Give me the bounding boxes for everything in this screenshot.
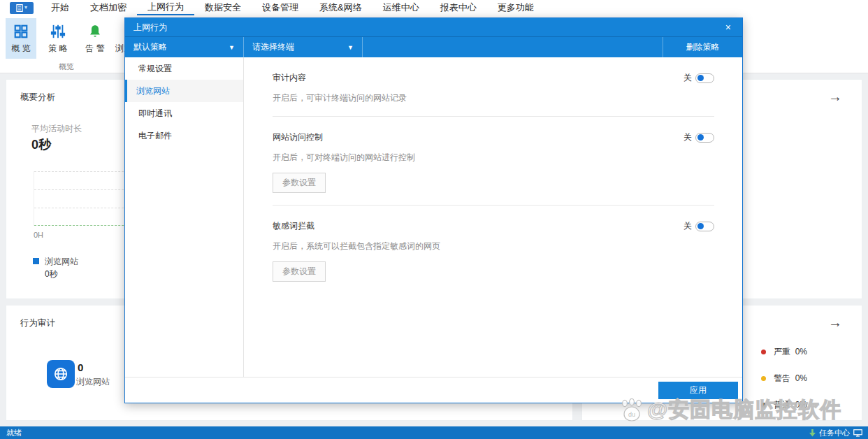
menu-item-more[interactable]: 更多功能 xyxy=(487,0,544,15)
severe-dot xyxy=(761,350,766,354)
chevron-down-icon: ▼ xyxy=(229,44,235,51)
legend-item-normal: 普通 0% xyxy=(761,399,807,411)
dialog-body: 常规设置 浏览网站 即时通讯 电子邮件 审计内容 关 开启后，可审计终端访问的网… xyxy=(125,57,742,377)
legend-label: 浏览网站 xyxy=(45,256,78,268)
legend-value: 0秒 xyxy=(45,268,58,280)
site-access-toggle[interactable] xyxy=(695,133,714,143)
grid-icon xyxy=(13,22,29,41)
ribbon-group-label: 概览 xyxy=(0,62,133,72)
arrow-right-icon[interactable]: → xyxy=(828,315,842,329)
ribbon-button-alert[interactable]: 告 警 xyxy=(80,18,110,59)
web-behavior-policy-dialog: 上网行为 × 默认策略 ▼ 请选择终端 ▼ 删除策略 常规设置 浏览网站 即时通… xyxy=(124,17,743,403)
apply-button[interactable]: 应用 xyxy=(658,382,738,399)
arrow-right-icon[interactable]: → xyxy=(828,89,842,103)
chart-x-axis-label: 0H xyxy=(34,231,43,239)
params-settings-button[interactable]: 参数设置 xyxy=(273,173,326,193)
dialog-toolbar: 默认策略 ▼ 请选择终端 ▼ 删除策略 xyxy=(125,36,742,57)
legend-item-severe: 严重 0% xyxy=(761,346,807,358)
legend-label: 普通 0% xyxy=(774,399,807,411)
metric-label: 平均活动时长 xyxy=(31,123,82,135)
card-title: 概要分析 xyxy=(20,92,55,103)
legend-label: 警告 0% xyxy=(774,373,807,384)
nav-item-email[interactable]: 电子邮件 xyxy=(125,124,243,147)
warning-dot xyxy=(761,376,766,381)
toolbar-spacer xyxy=(363,37,663,57)
dialog-titlebar: 上网行为 × xyxy=(125,18,742,36)
chevron-down-icon: ▼ xyxy=(347,44,354,51)
toggle-state-label: 关 xyxy=(683,131,692,143)
stat-label: 浏览网站 xyxy=(76,376,110,388)
section-title: 审计内容 xyxy=(273,72,306,84)
sliders-icon xyxy=(50,22,66,41)
download-arrow-icon xyxy=(809,429,816,437)
dialog-footer: 应用 xyxy=(125,377,742,403)
toggle-knob xyxy=(697,223,704,229)
nav-item-browse-sites[interactable]: 浏览网站 xyxy=(125,80,243,102)
dialog-content: 审计内容 关 开启后，可审计终端访问的网站记录 网站访问控制 关 xyxy=(244,57,742,377)
task-center-label: 任务中心 xyxy=(819,428,850,438)
ribbon-button-label: 告 警 xyxy=(85,43,104,55)
params-settings-button[interactable]: 参数设置 xyxy=(273,261,326,282)
chevron-down-icon: ▾ xyxy=(24,5,27,10)
section-title: 网站访问控制 xyxy=(273,131,323,143)
toggle-knob xyxy=(697,75,704,81)
ribbon-button-label: 策 略 xyxy=(48,43,67,55)
menu-item-device-mgmt[interactable]: 设备管理 xyxy=(252,0,309,15)
delete-policy-button[interactable]: 删除策略 xyxy=(663,37,742,57)
toggle-row: 关 xyxy=(683,131,714,143)
browse-sites-tile xyxy=(47,360,75,388)
terminal-dropdown[interactable]: 请选择终端 ▼ xyxy=(244,37,363,57)
toggle-state-label: 关 xyxy=(683,220,692,232)
section-title: 敏感词拦截 xyxy=(273,220,314,232)
task-center-button[interactable]: 任务中心 xyxy=(809,428,862,438)
menu-item-report-center[interactable]: 报表中心 xyxy=(430,0,487,15)
section-description: 开启后，系统可以拦截包含指定敏感词的网页 xyxy=(273,240,714,252)
toggle-knob xyxy=(697,134,704,141)
policy-dropdown-value: 默认策略 xyxy=(133,41,167,53)
legend-item-warning: 警告 0% xyxy=(761,373,807,384)
legend-label: 严重 0% xyxy=(774,346,807,358)
metric-value: 0秒 xyxy=(31,136,51,153)
menu-bar: ▾ 开始 文档加密 上网行为 数据安全 设备管理 系统&网络 运维中心 报表中心… xyxy=(0,0,868,15)
ribbon-button-policy[interactable]: 策 略 xyxy=(43,18,73,59)
ribbon-button-label: 概 览 xyxy=(11,43,30,55)
severity-legend: 严重 0% 警告 0% 普通 0% xyxy=(761,346,807,426)
section-description: 开启后，可对终端访问的网站进行控制 xyxy=(273,152,714,164)
stat-value: 0 xyxy=(78,361,83,373)
status-bar: 就绪 任务中心 xyxy=(0,426,868,439)
app-menu-button[interactable]: ▾ xyxy=(10,2,34,14)
sensitive-word-toggle[interactable] xyxy=(695,222,714,231)
document-icon xyxy=(16,4,23,12)
nav-item-instant-messaging[interactable]: 即时通讯 xyxy=(125,102,243,124)
menu-item-start[interactable]: 开始 xyxy=(41,0,80,15)
menu-items: 开始 文档加密 上网行为 数据安全 设备管理 系统&网络 运维中心 报表中心 更… xyxy=(41,0,544,15)
legend-swatch xyxy=(33,258,39,264)
section-audit-content: 审计内容 关 开启后，可审计终端访问的网站记录 xyxy=(273,57,714,117)
nav-item-general-settings[interactable]: 常规设置 xyxy=(125,57,243,80)
card-title: 行为审计 xyxy=(20,317,55,329)
toggle-row: 关 xyxy=(683,220,714,232)
section-description: 开启后，可审计终端访问的网站记录 xyxy=(273,92,714,104)
menu-item-system-network[interactable]: 系统&网络 xyxy=(309,0,372,15)
terminal-dropdown-value: 请选择终端 xyxy=(252,41,294,53)
menu-item-doc-encrypt[interactable]: 文档加密 xyxy=(80,0,137,15)
dialog-nav: 常规设置 浏览网站 即时通讯 电子邮件 xyxy=(125,57,244,377)
status-text: 就绪 xyxy=(6,428,22,438)
normal-dot xyxy=(761,403,766,408)
toggle-state-label: 关 xyxy=(683,72,692,84)
audit-content-toggle[interactable] xyxy=(695,73,714,83)
close-icon[interactable]: × xyxy=(723,22,734,32)
menu-item-data-security[interactable]: 数据安全 xyxy=(194,0,252,15)
policy-dropdown[interactable]: 默认策略 ▼ xyxy=(125,37,244,57)
dialog-title: 上网行为 xyxy=(133,22,167,34)
ribbon-button-overview[interactable]: 概 览 xyxy=(6,18,36,59)
bell-icon xyxy=(87,22,103,41)
toggle-row: 关 xyxy=(683,72,714,84)
section-site-access-control: 网站访问控制 关 开启后，可对终端访问的网站进行控制 参数设置 xyxy=(273,117,714,206)
menu-item-web-behavior[interactable]: 上网行为 xyxy=(137,0,194,15)
globe-icon xyxy=(53,366,68,382)
menu-item-ops-center[interactable]: 运维中心 xyxy=(372,0,430,15)
monitor-icon xyxy=(853,429,862,437)
section-sensitive-word-block: 敏感词拦截 关 开启后，系统可以拦截包含指定敏感词的网页 参数设置 xyxy=(273,206,714,282)
